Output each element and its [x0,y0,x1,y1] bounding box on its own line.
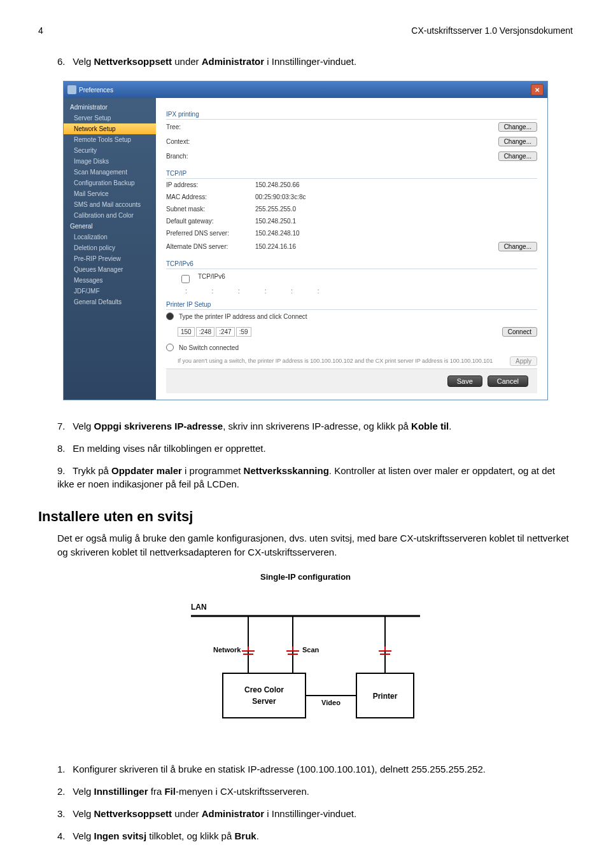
sidebar-item[interactable]: SMS and Mail accounts [64,199,156,210]
printer-ip-help: If you aren't using a switch, the printe… [178,358,493,365]
ip-octet-4[interactable]: :59 [236,327,251,337]
sidebar-item[interactable]: Calibration and Color [64,210,156,221]
ip-octet-3[interactable]: :247 [216,327,234,337]
field-value: 255.255.255.0 [255,206,537,213]
section-printer-ip: Printer IP Setup [166,298,537,310]
field-label: Context: [166,138,255,145]
install-title: Installere uten en svitsj [38,508,573,525]
field-value: 00:25:90:03:3c:8c [255,193,537,200]
change-button[interactable]: Change... [498,242,537,251]
printer-ip-inputs[interactable]: 150 :248 :247 :59 [178,325,251,339]
sidebar-group-admin: Administrator [64,102,156,113]
page-number: 4 [38,25,43,36]
printer-label: Printer [373,692,398,701]
apply-button[interactable]: Apply [510,356,537,366]
numbered-step: 7. Velg Oppgi skriverens IP-adresse, skr… [57,419,573,433]
sidebar-item[interactable]: General Defaults [64,297,156,307]
field-label: Tree: [166,123,255,130]
field-value: 150.248.248.10 [255,230,537,237]
lan-label: LAN [191,603,207,612]
ipx-row: Tree:Change... [166,120,537,134]
sidebar-item[interactable]: Pre-RIP Preview [64,253,156,264]
field-label: Branch: [166,153,255,160]
window-titlebar: Preferences ✕ [64,81,547,98]
svg-rect-9 [223,673,306,718]
radio-type-ip[interactable] [166,312,174,320]
ip-octet-1[interactable]: 150 [178,327,195,337]
tcp-row: IP address:150.248.250.66 [166,179,537,191]
field-label: IP address: [166,181,255,188]
page-header: 4 CX-utskriftsserver 1.0 Versjonsdokumen… [38,25,573,36]
sidebar-item[interactable]: Localization [64,232,156,242]
field-value: 150.224.16.16 [255,243,377,250]
single-ip-diagram: Single-IP configuration LAN Network Scan… [172,572,439,743]
window-icon [67,85,76,94]
footer-buttons: Save Cancel [166,368,537,393]
ipv6-fields: : : : : : : [166,288,537,295]
window-title: Preferences [79,87,113,94]
ip-octet-2[interactable]: :248 [196,327,214,337]
change-button[interactable]: Change... [498,151,537,161]
sidebar-item[interactable]: Configuration Backup [64,178,156,188]
sidebar-item[interactable]: Queues Manager [64,264,156,275]
section-tcpipv6: TCP/IPv6 [166,258,537,269]
preferences-sidebar: Administrator Server SetupNetwork SetupR… [64,98,156,400]
cancel-button[interactable]: Cancel [488,375,528,387]
ipv6-checkbox-row: TCP/IPv6 [166,269,537,285]
numbered-step: 2. Velg Innstillinger fra Fil-menyen i C… [57,785,573,798]
server-label-1: Creo Color [244,685,284,694]
radio-no-switch-label: No Switch connected [179,344,239,351]
install-paragraph: Det er også mulig å bruke den gamle konf… [57,531,573,559]
field-label: MAC Address: [166,193,255,200]
change-button[interactable]: Change... [498,122,537,132]
save-button[interactable]: Save [447,375,482,387]
server-label-2: Server [252,697,276,706]
doc-title: CX-utskriftsserver 1.0 Versjonsdokument [411,25,573,36]
sidebar-item[interactable]: JDF/JMF [64,286,156,297]
sidebar-group-general: General [64,221,156,232]
sidebar-item[interactable]: Remote Tools Setup [64,134,156,145]
network-label: Network [213,646,241,654]
diagram-title: Single-IP configuration [172,572,439,582]
ipx-row: Context:Change... [166,134,537,149]
field-label: Alternate DNS server: [166,243,255,250]
change-button[interactable]: Change... [498,137,537,146]
radio-type-ip-label: Type the printer IP address and click Co… [179,313,307,320]
radio-no-switch[interactable] [166,344,174,351]
field-label: Preferred DNS server: [166,230,255,237]
tcp-row: Alternate DNS server:150.224.16.16Change… [166,239,537,254]
sidebar-item[interactable]: Server Setup [64,113,156,123]
field-label: Subnet mask: [166,206,255,213]
ipx-row: Branch:Change... [166,149,537,164]
video-label: Video [321,699,341,706]
preferences-window: Preferences ✕ Administrator Server Setup… [63,81,548,400]
section-tcpip: TCP/IP [166,167,537,179]
close-icon[interactable]: ✕ [531,84,544,95]
numbered-step: 4. Velg Ingen svitsj tilkoblet, og klikk… [57,829,573,843]
sidebar-item[interactable]: Scan Management [64,167,156,178]
section-ipx: IPX printing [166,108,537,120]
numbered-step: 1. Konfigurer skriveren til å bruke en s… [57,762,573,776]
sidebar-item[interactable]: Network Setup [64,123,156,134]
sidebar-item[interactable]: Image Disks [64,156,156,167]
numbered-step: 6. Velg Nettverksoppsett under Administr… [57,55,573,68]
scan-label: Scan [302,646,320,654]
field-label: Default gateway: [166,218,255,225]
sidebar-item[interactable]: Mail Service [64,188,156,199]
numbered-step: 3. Velg Nettverksoppsett under Administr… [57,807,573,820]
numbered-step: 8. En melding vises når tilkoblingen er … [57,442,573,455]
connect-button[interactable]: Connect [502,327,537,337]
numbered-step: 9. Trykk på Oppdater maler i programmet … [57,464,573,491]
sidebar-item[interactable]: Deletion policy [64,242,156,253]
field-value: 150.248.250.1 [255,218,537,225]
tcp-row: MAC Address:00:25:90:03:3c:8c [166,191,537,203]
sidebar-item[interactable]: Security [64,145,156,156]
field-value: 150.248.250.66 [255,181,537,188]
tcp-row: Subnet mask:255.255.255.0 [166,203,537,215]
tcp-row: Preferred DNS server:150.248.248.10 [166,227,537,239]
ipv6-label: TCP/IPv6 [198,273,225,285]
preferences-main: IPX printing Tree:Change...Context:Chang… [156,98,547,400]
sidebar-item[interactable]: Messages [64,275,156,286]
ipv6-checkbox[interactable] [181,275,190,283]
tcp-row: Default gateway:150.248.250.1 [166,215,537,227]
